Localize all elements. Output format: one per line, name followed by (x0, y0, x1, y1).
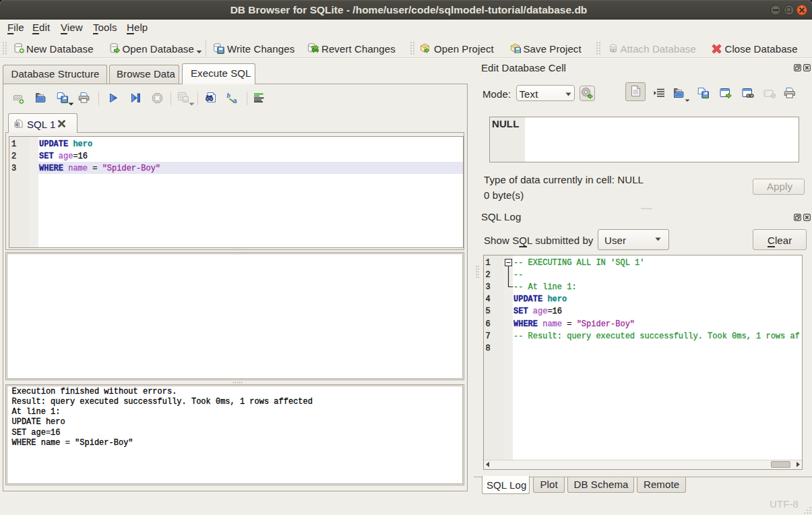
svg-text:b: b (227, 92, 231, 99)
svg-text:a: a (233, 96, 237, 104)
